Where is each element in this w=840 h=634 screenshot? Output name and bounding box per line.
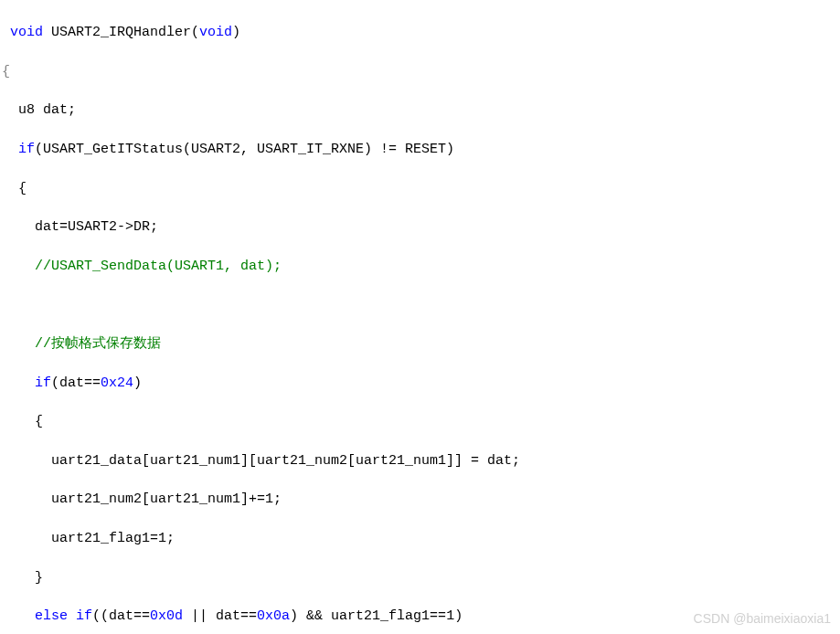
- code-line: dat=USART2->DR;: [2, 217, 840, 237]
- keyword-if: if: [35, 375, 51, 391]
- keyword-else-if: else if: [35, 608, 92, 624]
- code-line: {: [2, 62, 840, 81]
- keyword-void: void: [199, 25, 232, 40]
- comment: //USART_SendData(USART1, dat);: [35, 259, 282, 274]
- comment: //按帧格式保存数据: [35, 336, 161, 352]
- code-line: //USART_SendData(USART1, dat);: [2, 257, 840, 276]
- code-line: [2, 295, 840, 314]
- code-line: u8 dat;: [2, 100, 840, 120]
- keyword-if: if: [18, 142, 35, 157]
- code-line: }: [2, 568, 840, 587]
- hex-literal: 0x24: [101, 375, 133, 391]
- code-line: if(dat==0x24): [2, 374, 840, 393]
- code-line: {: [2, 412, 840, 431]
- code-line: else if((dat==0x0d || dat==0x0a) && uart…: [2, 607, 840, 626]
- code-line: uart21_flag1=1;: [2, 529, 840, 548]
- code-line: uart21_data[uart21_num1][uart21_num2[uar…: [2, 451, 840, 470]
- code-line: if(USART_GetITStatus(USART2, USART_IT_RX…: [2, 140, 840, 159]
- hex-literal: 0x0d: [150, 608, 183, 624]
- code-line: void USART2_IRQHandler(void): [2, 23, 840, 42]
- code-line: {: [2, 179, 840, 198]
- code-line: uart21_num2[uart21_num1]+=1;: [2, 490, 840, 509]
- hex-literal: 0x0a: [257, 608, 290, 624]
- code-block: void USART2_IRQHandler(void) { u8 dat; i…: [0, 4, 840, 634]
- code-line: //按帧格式保存数据: [2, 334, 840, 354]
- keyword-void: void: [10, 25, 43, 40]
